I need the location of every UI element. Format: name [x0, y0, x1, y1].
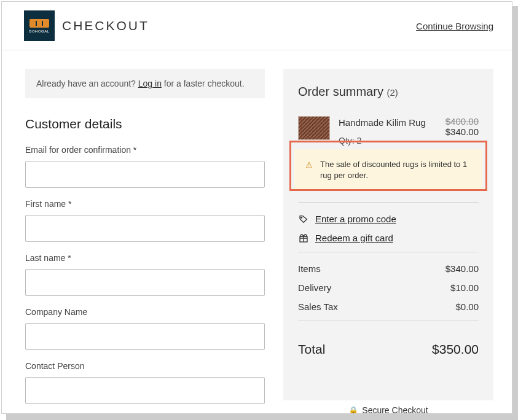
email-label: Email for order confirmation *	[25, 145, 265, 155]
last-name-label: Last name *	[25, 253, 265, 263]
secure-checkout: 🔒Secure Checkout	[283, 400, 493, 414]
divider	[298, 252, 479, 252]
brand-name: BOHOGAL	[29, 29, 49, 33]
tag-icon	[298, 214, 309, 224]
warning-icon: ⚠	[305, 160, 313, 181]
last-name-input[interactable]	[25, 269, 265, 296]
product-thumbnail	[298, 116, 330, 140]
divider	[298, 321, 479, 321]
summary-count: (2)	[387, 87, 398, 98]
page-title: CHECKOUT	[62, 18, 149, 33]
banner-post: for a faster checkout.	[162, 79, 245, 88]
grand-total-row: Total $350.00	[298, 332, 479, 363]
lock-icon: 🔒	[348, 406, 358, 414]
svg-point-0	[301, 217, 302, 218]
order-summary: Order summary (2) Handmade Kilim Rug Qty…	[283, 69, 493, 400]
warning-banner: ⚠ The sale of discounted rugs is limited…	[294, 149, 482, 191]
brand-logo: BOHOGAL	[24, 10, 55, 41]
email-input[interactable]	[25, 161, 265, 188]
promo-code-link[interactable]: Enter a promo code	[298, 214, 479, 224]
company-input[interactable]	[25, 323, 265, 350]
customer-details-heading: Customer details	[25, 117, 265, 131]
company-label: Company Name	[25, 307, 265, 317]
product-qty: Qty: 2	[339, 134, 437, 147]
header: BOHOGAL CHECKOUT Continue Browsing	[2, 2, 512, 50]
summary-title: Order summary (2)	[298, 85, 479, 99]
warning-text: The sale of discounted rugs is limited t…	[320, 159, 471, 181]
gift-card-link[interactable]: Redeem a gift card	[298, 233, 479, 243]
delivery-row: Delivery $10.00	[298, 282, 479, 293]
line-item: Handmade Kilim Rug Qty: 2 $400.00 $340.0…	[298, 116, 479, 147]
product-price: $340.00	[445, 126, 479, 137]
login-link[interactable]: Log in	[138, 79, 162, 88]
first-name-input[interactable]	[25, 215, 265, 242]
first-name-label: First name *	[25, 199, 265, 209]
tax-row: Sales Tax $0.00	[298, 301, 479, 312]
gift-icon	[298, 233, 309, 243]
contact-person-label: Contact Person	[25, 361, 265, 371]
product-original-price: $400.00	[445, 116, 479, 126]
divider	[298, 202, 479, 203]
contact-person-input[interactable]	[25, 377, 265, 404]
product-name: Handmade Kilim Rug	[339, 116, 431, 130]
continue-browsing-link[interactable]: Continue Browsing	[416, 21, 493, 31]
login-banner: Already have an account? Log in for a fa…	[25, 69, 265, 98]
banner-pre: Already have an account?	[36, 79, 138, 88]
items-row: Items $340.00	[298, 263, 479, 274]
